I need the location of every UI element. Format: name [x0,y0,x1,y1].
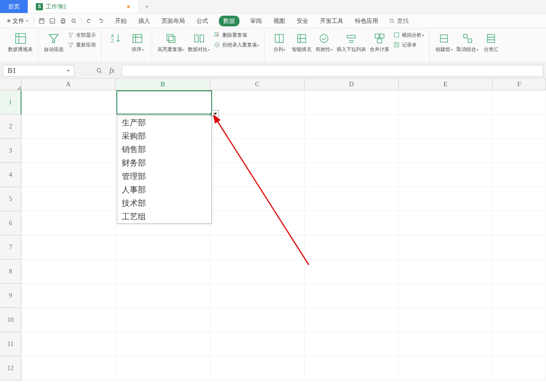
cell[interactable] [305,332,399,356]
tab-data[interactable]: 数据 [219,16,239,26]
cell-dropdown-handle[interactable] [212,110,219,117]
cell[interactable] [493,211,546,235]
group-button[interactable]: 创建组▾ [433,30,455,53]
redo-icon[interactable] [95,16,105,26]
tab-security[interactable]: 安全 [296,15,309,27]
column-header-E[interactable]: E [399,79,493,90]
cell[interactable] [399,235,493,260]
cell[interactable] [493,356,546,380]
formula-input[interactable] [122,65,543,77]
cell[interactable] [399,356,493,380]
cell[interactable] [305,308,399,332]
cell[interactable] [305,260,399,284]
cell[interactable] [305,356,399,380]
row-header-10[interactable]: 10 [0,308,21,332]
tab-review[interactable]: 审阅 [249,15,263,27]
row-header-5[interactable]: 5 [0,187,21,211]
cell[interactable] [21,284,115,308]
cell[interactable] [493,115,546,139]
name-box[interactable]: B1 ▾ [3,65,74,77]
tab-insert[interactable]: 插入 [137,15,151,27]
cell[interactable] [493,260,546,284]
dropdown-item[interactable]: 生产部 [117,116,211,129]
form-button[interactable]: 记录单 [391,40,426,49]
dropdown-item[interactable]: 技术部 [117,196,211,210]
row-header-1[interactable]: 1 [0,90,21,115]
subtotal-button[interactable]: 分类汇 [480,30,502,53]
cell[interactable] [305,163,399,187]
column-header-C[interactable]: C [210,79,304,90]
print-icon[interactable] [58,16,68,26]
tab-formula[interactable]: 公式 [196,15,209,27]
expand-fx-icon[interactable] [95,66,104,75]
cell[interactable] [305,235,399,260]
cell[interactable] [210,308,304,332]
sort-al-button[interactable]: AZ [105,30,127,53]
data-compare-button[interactable]: 数据对比▾ [186,30,212,53]
row-header-9[interactable]: 9 [0,284,21,308]
cell[interactable] [115,356,210,380]
cell[interactable] [399,332,493,356]
tab-special[interactable]: 特色应用 [354,15,379,27]
cell[interactable] [305,187,399,211]
sort-button[interactable]: 排序▾ [127,30,148,53]
undo-icon[interactable] [85,16,94,26]
cell[interactable] [21,356,115,380]
tab-start[interactable]: 开始 [114,15,128,27]
row-header-8[interactable]: 8 [0,260,21,284]
cell[interactable] [210,187,304,211]
cell[interactable] [399,260,493,284]
cell[interactable] [115,308,210,332]
cell[interactable] [210,139,304,163]
cell[interactable] [210,163,304,187]
cell[interactable] [21,260,115,284]
cell[interactable] [21,163,115,187]
highlight-dup-button[interactable]: 高亮重复项▾ [156,30,186,53]
ungroup-button[interactable]: 取消组合▾ [455,30,480,53]
reject-dup-button[interactable]: 拒绝录入重复项▾ [212,40,261,49]
cell[interactable] [21,235,115,260]
cell[interactable] [493,139,546,163]
cell[interactable] [399,308,493,332]
cell[interactable] [493,90,546,115]
cell[interactable] [305,90,399,115]
dropdown-item[interactable]: 工艺组 [117,210,211,223]
column-header-F[interactable]: F [493,79,546,90]
row-header-11[interactable]: 11 [0,332,21,356]
cell[interactable] [210,115,304,139]
column-header-A[interactable]: A [21,79,115,90]
consolidate-button[interactable]: 合并计算 [368,30,391,53]
dropdown-item[interactable]: 销售部 [117,143,211,156]
cell[interactable] [305,284,399,308]
cell[interactable] [21,308,115,332]
cell[interactable] [493,163,546,187]
select-all-corner[interactable] [0,79,21,90]
dropdown-item[interactable]: 人事部 [117,183,211,196]
fx-label[interactable]: fx [107,66,116,75]
cell[interactable] [305,115,399,139]
cell[interactable] [21,211,115,235]
dropdown-item[interactable]: 管理部 [117,170,211,183]
validation-button[interactable]: 有效性▾ [313,30,335,53]
row-header-2[interactable]: 2 [0,115,21,139]
tab-view[interactable]: 视图 [273,15,286,27]
row-header-3[interactable]: 3 [0,139,21,163]
row-header-12[interactable]: 12 [0,356,21,380]
cell[interactable] [399,139,493,163]
cell[interactable] [493,332,546,356]
file-menu[interactable]: ≡ 文件 ▾ [4,17,31,25]
insert-dropdown-button[interactable]: 插入下拉列表 [335,30,368,53]
column-header-B[interactable]: B [115,79,210,90]
row-header-7[interactable]: 7 [0,235,21,260]
whatif-button[interactable]: 模拟分析▾ [391,30,426,39]
cell[interactable] [21,115,115,139]
cell[interactable] [115,332,210,356]
cell[interactable] [210,90,304,115]
cell[interactable] [210,284,304,308]
cell[interactable] [305,139,399,163]
cell[interactable] [493,187,546,211]
dropdown-item[interactable]: 采购部 [117,129,211,143]
cell[interactable] [399,115,493,139]
cell[interactable] [210,211,304,235]
tab-home[interactable]: 首页 [0,0,28,13]
